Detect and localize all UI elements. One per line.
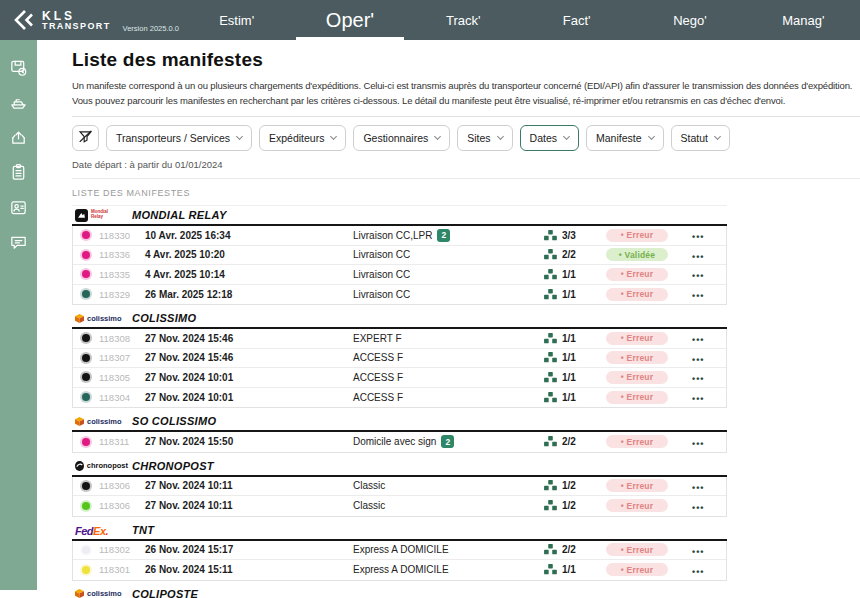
filter-dropdown-transporteurs-services[interactable]: Transporteurs / Services [106, 125, 252, 151]
manifest-clipboard-icon[interactable] [8, 161, 30, 183]
manifest-id: 118311 [99, 436, 145, 447]
parcels-icon [544, 352, 557, 363]
chevron-down-icon [434, 133, 441, 140]
nav-tab-track[interactable]: Track' [407, 0, 520, 40]
filter-dropdown-gestionnaires[interactable]: Gestionnaires [353, 125, 450, 151]
manifest-row[interactable]: 118306 27 Nov. 2024 10:11 Classic 1/2 Er… [73, 496, 726, 516]
row-menu-button[interactable]: ••• [692, 394, 704, 404]
manifest-row[interactable]: 118335 4 Avr. 2025 10:14 Livraison CC 1/… [73, 265, 726, 285]
filter-dropdown-expéditeurs[interactable]: Expéditeurs [259, 125, 346, 151]
nav-tab-nego[interactable]: Nego' [633, 0, 746, 40]
carrier-wordmark: colissimo [87, 314, 122, 323]
row-menu-button[interactable]: ••• [692, 374, 704, 384]
page-description-line1: Un manifeste correspond à un ou plusieur… [72, 78, 860, 93]
manifest-row[interactable]: 118306 27 Nov. 2024 10:11 Classic 1/2 Er… [73, 477, 726, 497]
clear-filters-button[interactable] [72, 125, 99, 151]
status-dot-icon [82, 502, 90, 510]
manifest-service: Domicile avec sign [353, 436, 436, 447]
manifest-row[interactable]: 118307 27 Nov. 2024 15:46 ACCESS F 1/1 E… [73, 349, 726, 369]
archive-clock-icon[interactable] [8, 56, 30, 78]
filter-dropdown-statut[interactable]: Statut [671, 125, 730, 151]
manifest-row[interactable]: 118329 26 Mar. 2025 12:18 Livraison CC 1… [73, 285, 726, 305]
parcels-icon [544, 230, 557, 241]
manifest-row[interactable]: 118304 27 Nov. 2024 10:01 ACCESS F 1/1 E… [73, 388, 726, 408]
filter-dropdown-sites[interactable]: Sites [457, 125, 512, 151]
carrier-group-header: colissimo COLISSIMO [72, 309, 727, 329]
carrier-name: COLISSIMO [132, 312, 196, 324]
row-menu-button[interactable]: ••• [692, 335, 704, 345]
carrier-group-header: FedEx. TNT [72, 521, 727, 541]
carrier-wordmark: MondialRelay [91, 210, 108, 220]
carrier-name: TNT [132, 524, 154, 536]
row-menu-button[interactable]: ••• [692, 291, 704, 301]
row-menu-button[interactable]: ••• [692, 271, 704, 281]
status-badge: Erreur [606, 479, 668, 492]
manifest-row[interactable]: 118330 10 Avr. 2025 16:34 Livraison CC,L… [73, 226, 726, 246]
filter-dropdown-label: Statut [681, 132, 708, 144]
manifest-service: Livraison CC [353, 289, 410, 300]
nav-tab-estim[interactable]: Estim' [180, 0, 293, 40]
export-box-icon[interactable] [8, 126, 30, 148]
row-menu-button[interactable]: ••• [692, 232, 704, 242]
filter-dropdown-label: Gestionnaires [363, 132, 428, 144]
parcels-icon [544, 500, 557, 511]
manifest-row[interactable]: 118302 26 Nov. 2024 15:17 Express A DOMI… [73, 541, 726, 561]
top-nav-bar: KLS TRANSPORT Version 2025.0.0 Estim'Ope… [0, 0, 860, 40]
manifest-date: 27 Nov. 2024 10:11 [145, 480, 267, 491]
parcel-count: 1/2 [562, 500, 576, 511]
manifest-row[interactable]: 118305 27 Nov. 2024 10:01 ACCESS F 1/1 E… [73, 368, 726, 388]
manifest-row[interactable]: 118336 4 Avr. 2025 10:20 Livraison CC 2/… [73, 246, 726, 266]
parcel-count: 1/1 [562, 564, 576, 575]
parcel-count: 3/3 [562, 230, 576, 241]
carrier-logo: colissimo [75, 417, 128, 426]
logo-line2: TRANSPORT [42, 22, 111, 31]
parcels-icon [544, 436, 557, 447]
manifest-id: 118336 [99, 249, 145, 260]
filter-dropdown-manifeste[interactable]: Manifeste [586, 125, 664, 151]
manifest-list: MondialRelay MONDIAL RELAY 118330 10 Avr… [72, 205, 727, 598]
chevron-down-icon [648, 133, 655, 140]
status-dot-icon [82, 290, 90, 298]
nav-tab-fact[interactable]: Fact' [520, 0, 633, 40]
nav-tab-oper[interactable]: Oper' [293, 0, 406, 40]
manifest-date: 27 Nov. 2024 15:46 [145, 352, 267, 363]
carrier-group: FedEx. TNT 118302 26 Nov. 2024 15:17 Exp… [72, 521, 727, 581]
status-dot-icon [82, 546, 90, 554]
carrier-logo: colissimo [75, 589, 128, 598]
filter-off-icon [78, 129, 93, 147]
contact-card-icon[interactable] [8, 196, 30, 218]
manifest-row[interactable]: 118308 27 Nov. 2024 15:46 EXPERT F 1/1 E… [73, 329, 726, 349]
filter-dropdown-dates[interactable]: Dates [520, 125, 579, 151]
messages-icon[interactable] [8, 231, 30, 253]
row-menu-button[interactable]: ••• [692, 252, 704, 262]
status-badge: Erreur [606, 268, 668, 281]
carrier-wordmark: colissimo [87, 589, 122, 598]
carrier-logo: MondialRelay [75, 209, 128, 222]
manifest-id: 118304 [99, 392, 145, 403]
manifest-row[interactable]: 118301 26 Nov. 2024 15:11 Express A DOMI… [73, 560, 726, 580]
service-count-badge: 2 [437, 229, 450, 242]
row-menu-button[interactable]: ••• [692, 503, 704, 513]
chevron-down-icon [714, 133, 721, 140]
carrier-name: SO COLISSIMO [132, 415, 216, 427]
row-menu-button[interactable]: ••• [692, 439, 704, 449]
status-dot-icon [82, 566, 90, 574]
manifest-date: 26 Nov. 2024 15:11 [145, 564, 267, 575]
row-menu-button[interactable]: ••• [692, 567, 704, 577]
manifest-service: Classic [353, 480, 385, 491]
parcels-icon [544, 269, 557, 280]
parcel-count: 1/1 [562, 333, 576, 344]
status-dot-icon [82, 354, 90, 362]
manifest-row[interactable]: 118311 27 Nov. 2024 15:50 Domicile avec … [73, 432, 726, 452]
carrier-group: colissimo SO COLISSIMO 118311 27 Nov. 20… [72, 412, 727, 453]
nav-tab-manag[interactable]: Manag' [747, 0, 860, 40]
status-badge: Erreur [606, 351, 668, 364]
shipping-icon[interactable] [8, 91, 30, 113]
manifest-id: 118307 [99, 352, 145, 363]
status-dot-icon [82, 393, 90, 401]
row-menu-button[interactable]: ••• [692, 355, 704, 365]
row-menu-button[interactable]: ••• [692, 483, 704, 493]
manifest-service: ACCESS F [353, 372, 403, 383]
service-count-badge: 2 [441, 435, 454, 448]
row-menu-button[interactable]: ••• [692, 547, 704, 557]
